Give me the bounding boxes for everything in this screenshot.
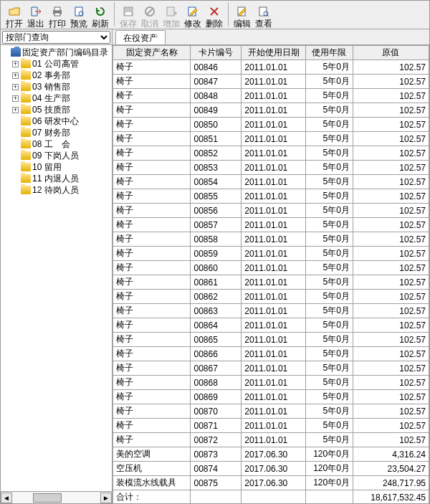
table-row[interactable]: 椅子008492011.01.015年0月102.57 xyxy=(113,103,429,118)
col-header-date[interactable]: 开始使用日期 xyxy=(242,46,306,60)
table-row[interactable]: 椅子008562011.01.015年0月102.57 xyxy=(113,204,429,218)
col-header-card[interactable]: 卡片编号 xyxy=(191,46,242,60)
table-row[interactable]: 椅子008712011.01.015年0月102.57 xyxy=(113,419,429,433)
cell-card: 00848 xyxy=(191,89,242,103)
tree-item-05[interactable]: +05 技质部 xyxy=(1,104,112,115)
cell-date: 2011.01.01 xyxy=(242,404,306,419)
col-header-life[interactable]: 使用年限 xyxy=(305,46,353,60)
col-header-value[interactable]: 原值 xyxy=(353,46,429,60)
tree-item-08[interactable]: 08 工 会 xyxy=(1,138,112,150)
table-row[interactable]: 椅子008502011.01.015年0月102.57 xyxy=(113,118,429,132)
tree-spacer xyxy=(12,118,19,125)
cell-date: 2011.01.01 xyxy=(242,89,306,103)
table-row[interactable]: 美的空调008732017.06.30120年0月4,316.24 xyxy=(113,447,429,462)
table-row[interactable]: 椅子008602011.01.015年0月102.57 xyxy=(113,261,429,275)
cell-name: 椅子 xyxy=(113,161,191,175)
scroll-thumb[interactable] xyxy=(33,493,62,503)
tree-item-01[interactable]: +01 公司高管 xyxy=(1,58,112,70)
cell-card: 00849 xyxy=(191,103,242,118)
delete-button[interactable]: 删除 xyxy=(204,2,225,28)
table-row[interactable]: 椅子008692011.01.015年0月102.57 xyxy=(113,390,429,404)
tree-spacer xyxy=(12,164,19,171)
tree-item-10[interactable]: 10 留用 xyxy=(1,161,112,173)
table-row[interactable]: 椅子008572011.01.015年0月102.57 xyxy=(113,218,429,232)
table-row[interactable]: 椅子008642011.01.015年0月102.57 xyxy=(113,318,429,333)
expand-icon[interactable]: + xyxy=(12,84,19,90)
table-row[interactable]: 椅子008482011.01.015年0月102.57 xyxy=(113,89,429,103)
refresh-button[interactable]: 刷新 xyxy=(90,2,111,28)
col-header-name[interactable]: 固定资产名称 xyxy=(113,46,191,60)
preview-button[interactable]: 预览 xyxy=(68,2,90,28)
cell-date: 2011.01.01 xyxy=(242,433,306,447)
modify-icon xyxy=(186,5,199,18)
open-button[interactable]: 打开 xyxy=(4,2,25,28)
cell-date: 2011.01.01 xyxy=(242,204,306,218)
cancel-button: 取消 xyxy=(139,2,161,28)
expand-icon[interactable]: + xyxy=(12,107,19,113)
cell-life: 5年0月 xyxy=(305,89,353,103)
tree-item-label: 11 内退人员 xyxy=(32,173,79,185)
tree-item-02[interactable]: +02 事务部 xyxy=(1,70,112,81)
tree-root[interactable]: 固定资产部门编码目录 xyxy=(1,47,112,58)
table-row[interactable]: 椅子008582011.01.015年0月102.57 xyxy=(113,232,429,247)
table-row[interactable]: 椅子008622011.01.015年0月102.57 xyxy=(113,290,429,304)
exit-icon xyxy=(29,5,42,18)
tree-item-07[interactable]: 07 财务部 xyxy=(1,127,112,138)
query-mode-select[interactable]: 按部门查询 xyxy=(2,31,110,44)
cell-card: 00864 xyxy=(191,318,242,333)
table-row[interactable]: 椅子008722011.01.015年0月102.57 xyxy=(113,433,429,447)
table-row[interactable]: 椅子008552011.01.015年0月102.57 xyxy=(113,189,429,204)
expand-icon[interactable]: + xyxy=(12,95,19,102)
table-row[interactable]: 椅子008702011.01.015年0月102.57 xyxy=(113,404,429,419)
tree-item-06[interactable]: 06 研发中心 xyxy=(1,115,112,127)
asset-grid-wrap[interactable]: 固定资产名称 卡片编号 开始使用日期 使用年限 原值 椅子008462011.0… xyxy=(113,45,429,503)
cell-card: 00846 xyxy=(191,60,242,75)
table-row[interactable]: 椅子008632011.01.015年0月102.57 xyxy=(113,304,429,318)
cell-value: 102.57 xyxy=(353,390,429,404)
tree-item-09[interactable]: 09 下岗人员 xyxy=(1,150,112,161)
table-row[interactable]: 椅子008682011.01.015年0月102.57 xyxy=(113,376,429,390)
table-row[interactable]: 椅子008462011.01.015年0月102.57 xyxy=(113,60,429,75)
open-icon xyxy=(8,5,21,18)
scroll-right-button[interactable]: ► xyxy=(100,493,112,503)
modify-button[interactable]: 修改 xyxy=(182,2,204,28)
tree-item-11[interactable]: 11 内退人员 xyxy=(1,173,112,184)
cell-value: 102.57 xyxy=(353,261,429,275)
tree-item-label: 07 财务部 xyxy=(32,127,70,139)
table-row[interactable]: 椅子008662011.01.015年0月102.57 xyxy=(113,347,429,361)
tree-spacer xyxy=(12,187,19,194)
table-row[interactable]: 椅子008672011.01.015年0月102.57 xyxy=(113,361,429,376)
department-tree[interactable]: 固定资产部门编码目录 +01 公司高管+02 事务部+03 销售部+04 生产部… xyxy=(1,45,112,491)
scroll-left-button[interactable]: ◄ xyxy=(1,493,12,503)
tree-item-03[interactable]: +03 销售部 xyxy=(1,81,112,92)
exit-button[interactable]: 退出 xyxy=(25,2,47,28)
tab-active-assets[interactable]: 在役资产 xyxy=(115,30,166,44)
table-row[interactable]: 椅子008472011.01.015年0月102.57 xyxy=(113,75,429,89)
table-row[interactable]: 空压机008742017.06.30120年0月23,504.27 xyxy=(113,462,429,476)
table-row[interactable]: 椅子008532011.01.015年0月102.57 xyxy=(113,161,429,175)
expand-icon[interactable]: + xyxy=(12,72,19,79)
cell-name: 椅子 xyxy=(113,290,191,304)
cell-name: 椅子 xyxy=(113,304,191,318)
table-row[interactable]: 椅子008612011.01.015年0月102.57 xyxy=(113,275,429,290)
table-row[interactable]: 装模流水线载具008752017.06.30120年0月248,717.95 xyxy=(113,476,429,490)
cell-life: 5年0月 xyxy=(305,304,353,318)
left-scrollbar[interactable]: ◄ ► xyxy=(1,491,112,503)
cell-life: 5年0月 xyxy=(305,146,353,161)
print-icon xyxy=(51,5,64,18)
table-row[interactable]: 椅子008652011.01.015年0月102.57 xyxy=(113,333,429,347)
cell-date: 2011.01.01 xyxy=(242,318,306,333)
folder-open-icon xyxy=(11,48,21,57)
expand-icon[interactable]: + xyxy=(12,61,19,67)
tree-item-12[interactable]: 12 待岗人员 xyxy=(1,184,112,196)
edit-button[interactable]: 编辑 xyxy=(231,2,253,28)
table-row[interactable]: 椅子008592011.01.015年0月102.57 xyxy=(113,247,429,261)
table-row[interactable]: 椅子008512011.01.015年0月102.57 xyxy=(113,132,429,146)
scroll-track[interactable] xyxy=(13,493,100,503)
table-row[interactable]: 椅子008522011.01.015年0月102.57 xyxy=(113,146,429,161)
view-button[interactable]: 查看 xyxy=(253,2,274,28)
tree-item-04[interactable]: +04 生产部 xyxy=(1,92,112,104)
cell-card: 00873 xyxy=(191,447,242,462)
table-row[interactable]: 椅子008542011.01.015年0月102.57 xyxy=(113,175,429,189)
print-button[interactable]: 打印 xyxy=(47,2,68,28)
